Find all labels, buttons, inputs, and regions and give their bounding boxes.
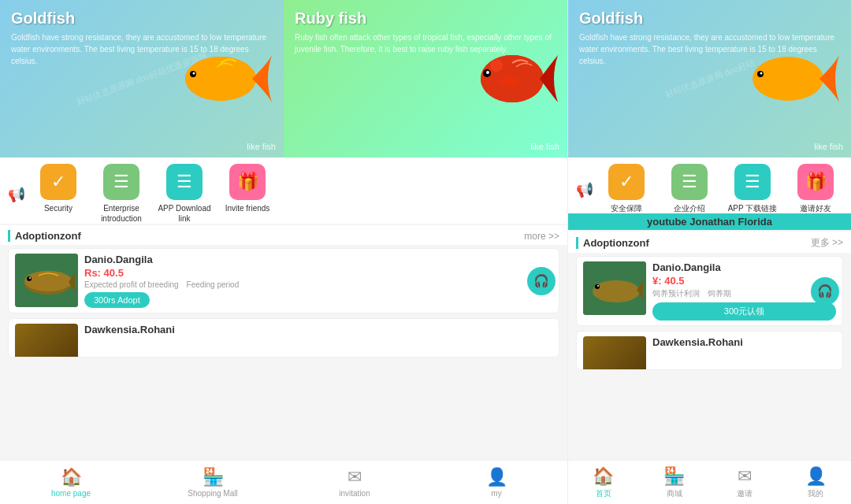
svg-point-3	[193, 72, 195, 75]
speaker-icon-left: 📢	[8, 186, 25, 203]
nav-mall-right[interactable]: 🏪 商城	[639, 461, 710, 504]
ruby-banner[interactable]: Ruby fish Ruby fish often attack other t…	[284, 0, 567, 158]
goldfish-banner[interactable]: 好站优选原源网 doo好站优选原源网 Goldfish Goldfish hav…	[0, 0, 284, 158]
speaker-icon-right: 📢	[576, 181, 593, 198]
bottom-nav-left: 🏠 home page 🏪 Shopping Mall ✉ invitation…	[0, 460, 567, 504]
svg-point-8	[490, 59, 503, 72]
adopt-btn-right[interactable]: 300元认领	[652, 302, 836, 321]
goldfish-image	[173, 39, 276, 118]
danio-fish-svg-right	[583, 261, 646, 315]
ruby-title: Ruby fish	[295, 9, 366, 28]
dawkensia-card-left: Dawkensia.Rohani	[8, 318, 559, 358]
nav-mall-label-left: Shopping Mall	[188, 489, 237, 498]
left-panel: 好站优选原源网 doo好站优选原源网 Goldfish Goldfish hav…	[0, 0, 567, 504]
home-icon-left: 🏠	[61, 467, 82, 487]
svg-point-20	[595, 284, 600, 289]
invite-cn-box: 🎁	[797, 164, 834, 200]
security-box: ✓	[40, 164, 76, 200]
nav-my-right[interactable]: 👤 我的	[780, 461, 851, 504]
ruby-like: like fish	[530, 142, 559, 151]
svg-point-12	[24, 271, 72, 291]
goldfish-like-cn: like fish	[814, 142, 843, 151]
security-icon-item[interactable]: ✓ Security	[30, 164, 87, 224]
app-download-box: ☰	[166, 164, 203, 200]
dawkensia-card-right: Dawkensia.Rohani	[576, 331, 843, 370]
ruby-fish-image	[473, 43, 559, 114]
section-title-left: Adoptionzonf	[8, 230, 81, 242]
home-icon-right: 🏠	[593, 466, 614, 487]
svg-point-17	[760, 72, 763, 75]
goldfish-title: Goldfish	[11, 9, 75, 28]
nav-my-label-left: my	[491, 489, 501, 498]
support-icon-right[interactable]: 🎧	[811, 277, 839, 306]
enterprise-label: Enterprise introduction	[93, 203, 150, 224]
my-icon-left: 👤	[486, 467, 507, 487]
app-download-icon-item[interactable]: ☰ APP Download link	[156, 164, 213, 224]
nav-invite-label-left: invitation	[339, 489, 370, 498]
dawkensia-name-right: Dawkensia.Rohani	[652, 336, 836, 348]
security-label: Security	[44, 203, 72, 213]
icons-row-left: 📢 ✓ Security ☰ Enterprise introduction ☰…	[8, 164, 559, 224]
nav-mall-label-right: 商城	[667, 488, 682, 499]
icon-group-right: ✓ 安全保障 ☰ 企业介绍 ☰ APP 下载链接 🎁 邀请好友	[598, 164, 844, 213]
feeding-label-right: 饲养期	[708, 288, 731, 299]
dawkensia-name-left: Dawkensia.Rohani	[84, 324, 552, 335]
goldfish-like: like fish	[247, 142, 276, 151]
svg-point-14	[29, 277, 31, 279]
youtube-label: youtube Jonathan Florida	[647, 216, 772, 228]
nav-home-left[interactable]: 🏠 home page	[0, 461, 142, 504]
security-cn-item[interactable]: ✓ 安全保障	[598, 164, 655, 213]
enterprise-box: ☰	[103, 164, 139, 200]
nav-invite-label-right: 邀请	[737, 488, 753, 499]
nav-invite-right[interactable]: ✉ 邀请	[710, 461, 781, 504]
enterprise-cn-box: ☰	[671, 164, 708, 200]
more-link-left[interactable]: more >>	[524, 231, 559, 242]
mall-icon-right: 🏪	[663, 466, 685, 487]
danio-price-right: ¥: 40.5	[652, 275, 836, 287]
security-cn-box: ✓	[608, 164, 645, 200]
icon-group-left: ✓ Security ☰ Enterprise introduction ☰ A…	[30, 164, 276, 224]
banners: 好站优选原源网 doo好站优选原源网 Goldfish Goldfish hav…	[0, 0, 567, 158]
goldfish-title-cn: Goldfish	[579, 9, 643, 28]
icons-row-right: 📢 ✓ 安全保障 ☰ 企业介绍 ☰ APP 下载链接 🎁 邀请好友	[576, 164, 843, 213]
nav-home-label-right: 首页	[596, 488, 611, 499]
danio-fish-svg-left	[15, 254, 78, 307]
my-icon-right: 👤	[805, 466, 827, 487]
bottom-nav-right: 🏠 首页 🏪 商城 ✉ 邀请 👤 我的	[568, 460, 851, 504]
app-download-cn-label: APP 下载链接	[728, 203, 778, 213]
danio-card-right: Danio.Dangila ¥: 40.5 饲养预计利润 饲养期 300元认领 …	[576, 256, 843, 326]
nav-mall-left[interactable]: 🏪 Shopping Mall	[142, 461, 284, 504]
section-title-right: Adoptionzonf	[576, 237, 649, 249]
security-cn-label: 安全保障	[611, 203, 642, 213]
more-link-right[interactable]: 更多 >>	[811, 236, 843, 250]
youtube-banner: youtube Jonathan Florida	[568, 213, 851, 230]
adopt-btn-left[interactable]: 300rs Adopt	[84, 292, 150, 308]
enterprise-cn-item[interactable]: ☰ 企业介绍	[661, 164, 718, 213]
svg-point-7	[486, 71, 489, 74]
invite-cn-item[interactable]: 🎁 邀请好友	[787, 164, 844, 213]
app-download-cn-item[interactable]: ☰ APP 下载链接	[724, 164, 781, 213]
banners-cn: 好站优选原源网 doo好站 Goldfish Goldfish have str…	[568, 0, 851, 158]
support-icon-left[interactable]: 🎧	[527, 267, 556, 295]
danio-name-right: Danio.Dangila	[652, 261, 836, 273]
app-download-label: APP Download link	[156, 203, 213, 224]
invite-icon-item[interactable]: 🎁 Invite friends	[219, 164, 276, 224]
svg-point-9	[499, 76, 518, 86]
goldfish-banner-cn[interactable]: 好站优选原源网 doo好站 Goldfish Goldfish have str…	[568, 0, 851, 158]
invite-nav-icon-right: ✉	[738, 466, 752, 487]
nav-invite-left[interactable]: ✉ invitation	[284, 461, 426, 504]
breeding-label-left: Expected profit of breeding	[84, 280, 179, 289]
feeding-label-left: Feeding period	[187, 280, 240, 289]
nav-home-right[interactable]: 🏠 首页	[568, 461, 639, 504]
danio-card-left: Danio.Dangila Rs: 40.5 Expected profit o…	[8, 248, 559, 313]
svg-point-1	[185, 57, 256, 101]
app-download-cn-box: ☰	[734, 164, 771, 200]
danio-price-left: Rs: 40.5	[84, 267, 552, 279]
nav-my-left[interactable]: 👤 my	[426, 461, 567, 504]
invite-cn-label: 邀请好友	[800, 203, 831, 213]
svg-point-21	[597, 285, 599, 287]
mall-icon-left: 🏪	[203, 467, 224, 487]
goldfish-img-cn	[741, 39, 843, 118]
svg-point-15	[753, 57, 823, 101]
enterprise-icon-item[interactable]: ☰ Enterprise introduction	[93, 164, 150, 224]
